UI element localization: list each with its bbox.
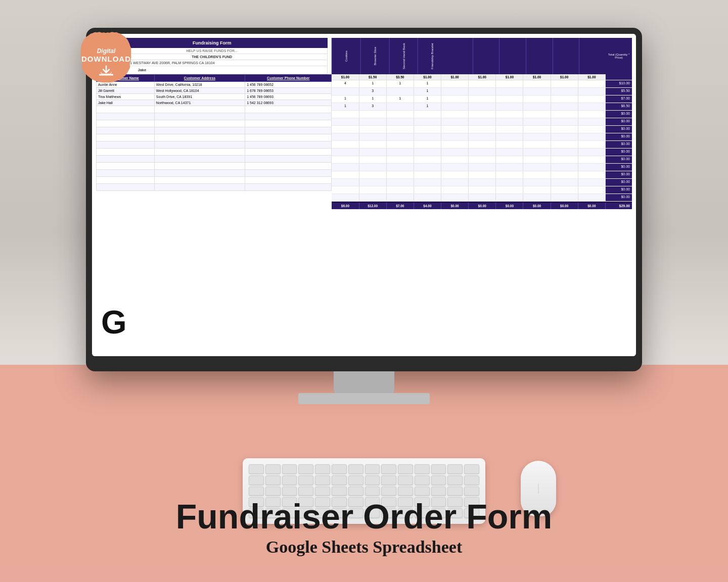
qty-cell-empty: [469, 156, 496, 163]
customer-address-cell: West Hollywood, CA 18104: [154, 88, 245, 94]
qty-cell-empty: [441, 111, 469, 118]
download-icon-svg: [98, 65, 114, 77]
qty-cell-empty: [359, 149, 387, 156]
quantity-row-empty: $0.00: [332, 126, 632, 133]
qty-cell-empty: [441, 118, 469, 125]
right-rows: 4111$10.0031$5.501111$7.00131$6.50$0.00$…: [332, 80, 632, 202]
qty-cell-empty: [332, 111, 359, 118]
qty-cell-empty: [332, 164, 359, 171]
empty-name: [97, 141, 155, 149]
qty-cell-empty: [414, 149, 441, 156]
qty-cell: [332, 88, 359, 95]
qty-cell-empty: [551, 194, 578, 201]
qty-cell: 1: [332, 95, 359, 103]
empty-address: [154, 163, 245, 170]
qty-cell: [551, 80, 578, 87]
table-row-empty: [97, 177, 332, 184]
keyboard-key: [464, 464, 479, 474]
empty-address: [154, 141, 245, 149]
quantity-row-empty: $0.00: [332, 194, 632, 202]
qty-cell: 1: [414, 80, 441, 87]
qty-cell-empty: [414, 156, 441, 163]
quantity-row-empty: $0.00: [332, 164, 632, 171]
monitor-base: [298, 393, 430, 404]
quantity-row-empty: $0.00: [332, 118, 632, 126]
row-total-empty: $0.00: [606, 149, 632, 156]
empty-name: [97, 134, 155, 141]
qty-cell: [387, 103, 414, 110]
qty-cell: [496, 95, 523, 103]
empty-phone: [245, 163, 332, 170]
quantity-row: 4111$10.00: [332, 80, 632, 88]
customer-phone-cell: 1 542 312 08693: [245, 100, 332, 106]
qty-cell-empty: [387, 156, 414, 163]
qty-cell-empty: [332, 126, 359, 133]
qty-cell: 1: [414, 88, 441, 95]
qty-cell-empty: [414, 164, 441, 171]
empty-phone: [245, 149, 332, 156]
empty-phone: [245, 134, 332, 141]
qty-cell-empty: [414, 126, 441, 133]
row-total-empty: $0.00: [606, 171, 632, 178]
empty-address: [154, 184, 245, 191]
google-g-logo: G: [101, 303, 127, 341]
product-col-10: [579, 38, 606, 74]
qty-cell-empty: [496, 141, 523, 148]
empty-address: [154, 149, 245, 156]
qty-cell-empty: [387, 171, 414, 178]
qty-cell-empty: [496, 149, 523, 156]
price-row: $1.00 $1.50 $3.50 $1.00 $1.00 $1.00 $1.0…: [332, 74, 632, 80]
qty-cell-empty: [523, 149, 551, 156]
customer-phone-header: Customer Phone Number: [245, 75, 332, 82]
qty-cell: [469, 80, 496, 87]
qty-cell: [387, 88, 414, 95]
qty-cell-empty: [441, 133, 469, 140]
table-row-empty: [97, 127, 332, 134]
qty-cell-empty: [578, 194, 606, 201]
table-row-empty: [97, 106, 332, 113]
qty-cell-empty: [441, 171, 469, 178]
keyboard-key: [298, 475, 313, 485]
keyboard-key: [298, 464, 313, 474]
qty-cell-empty: [387, 179, 414, 186]
price-9: $1.00: [551, 74, 578, 80]
empty-phone: [245, 177, 332, 184]
qty-cell-empty: [469, 118, 496, 125]
quantity-row: 31$5.50: [332, 88, 632, 95]
qty-cell: [441, 103, 469, 110]
quantity-row: 1111$7.00: [332, 95, 632, 103]
product-col-7: [499, 38, 526, 74]
qty-cell-empty: [551, 141, 578, 148]
empty-address: [154, 156, 245, 163]
empty-name: [97, 170, 155, 177]
product-col-4: Friendship Bracelet: [418, 38, 446, 74]
qty-cell-empty: [359, 133, 387, 140]
keyboard-key: [249, 475, 264, 485]
form-area: Fundraising Form HELP US RAISE FUNDS FOR…: [96, 38, 632, 74]
qty-cell-empty: [414, 179, 441, 186]
price-8: $1.00: [523, 74, 551, 80]
qty-cell-empty: [332, 171, 359, 178]
price-10: $1.00: [578, 74, 606, 80]
qty-cell-empty: [523, 126, 551, 133]
quantity-row: 131$6.50: [332, 103, 632, 111]
empty-address: [154, 177, 245, 184]
qty-cell-empty: [551, 133, 578, 140]
empty-phone: [245, 170, 332, 177]
empty-address: [154, 134, 245, 141]
main-table-area: Customer Name Customer Address Customer …: [96, 74, 632, 209]
total-9: $0.00: [551, 203, 578, 209]
keyboard-key: [249, 464, 264, 474]
products-header-area: Cookies Brownie Slice Second Hand Book F…: [332, 38, 632, 74]
keyboard-key: [282, 475, 297, 485]
empty-name: [97, 113, 155, 120]
price-2: $1.50: [359, 74, 387, 80]
qty-cell: [551, 95, 578, 103]
keyboard-key: [431, 464, 446, 474]
qty-cell-empty: [441, 194, 469, 201]
empty-name: [97, 177, 155, 184]
keyboard-key: [365, 475, 380, 485]
qty-cell-empty: [578, 171, 606, 178]
empty-phone: [245, 120, 332, 127]
qty-cell-empty: [387, 126, 414, 133]
